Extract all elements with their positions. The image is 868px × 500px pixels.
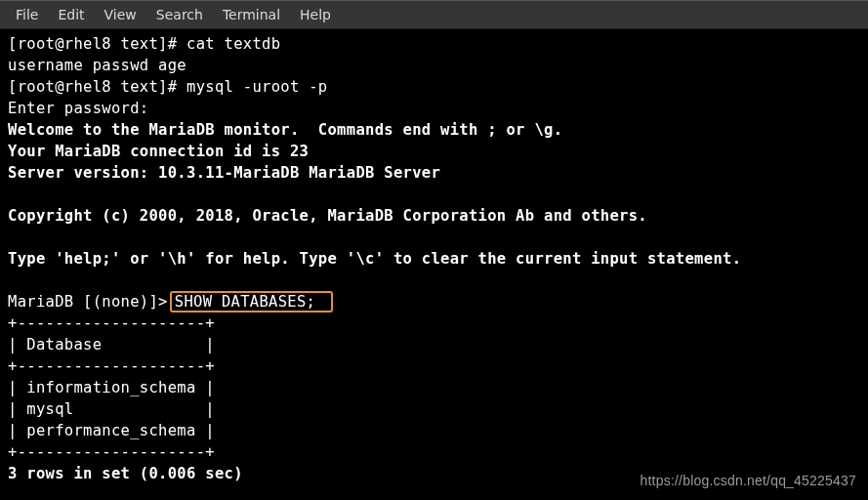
output-line: Copyright (c) 2000, 2018, Oracle, MariaD… (8, 207, 647, 225)
menu-edit[interactable]: Edit (48, 3, 94, 26)
output-line: username passwd age (8, 57, 186, 74)
result-summary: 3 rows in set (0.006 sec) (8, 465, 243, 482)
table-row: | mysql | (8, 400, 215, 418)
menu-help[interactable]: Help (290, 3, 341, 26)
table-header: | Database | (8, 336, 215, 354)
menu-search[interactable]: Search (146, 3, 213, 26)
menu-terminal[interactable]: Terminal (213, 3, 290, 26)
shell-prompt: [root@rhel8 text]# (8, 35, 186, 53)
table-row: | performance_schema | (8, 422, 215, 439)
terminal-output[interactable]: [root@rhel8 text]# cat textdb username p… (0, 29, 868, 492)
mariadb-prompt: MariaDB [(none)]> (8, 293, 168, 311)
output-line: Your MariaDB connection id is 23 (8, 143, 309, 160)
command-text: mysql -uroot -p (186, 78, 327, 96)
table-border: +--------------------+ (8, 443, 215, 461)
menu-view[interactable]: View (95, 3, 146, 26)
table-border: +--------------------+ (8, 314, 215, 332)
shell-prompt: [root@rhel8 text]# (8, 78, 186, 96)
menu-file[interactable]: File (6, 3, 48, 26)
menubar: File Edit View Search Terminal Help (0, 0, 868, 29)
table-border: +--------------------+ (8, 357, 215, 375)
highlighted-command: SHOW DATABASES; (170, 291, 333, 312)
command-text: cat textdb (186, 35, 280, 53)
output-line: Welcome to the MariaDB monitor. Commands… (8, 121, 562, 139)
table-row: | information_schema | (8, 379, 215, 396)
watermark: https://blog.csdn.net/qq_45225437 (641, 473, 856, 488)
output-line: Server version: 10.3.11-MariaDB MariaDB … (8, 164, 440, 182)
output-line: Enter password: (8, 100, 148, 117)
output-line: Type 'help;' or '\h' for help. Type '\c'… (8, 250, 741, 268)
